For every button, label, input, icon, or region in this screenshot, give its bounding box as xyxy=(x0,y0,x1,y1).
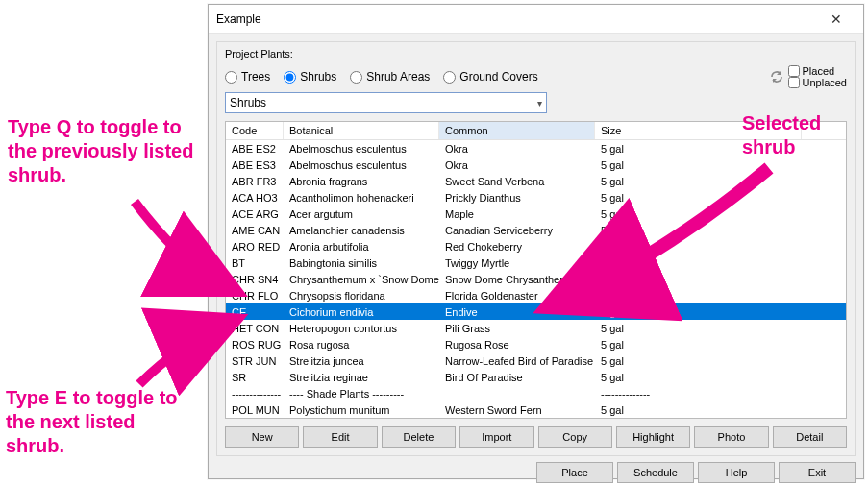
cell-code: STR JUN xyxy=(226,355,284,367)
check-unplaced-label: Unplaced xyxy=(803,77,847,88)
cell-code: ARO RED xyxy=(226,241,284,253)
cell-code: BT xyxy=(226,257,284,269)
cell-botanical: Amelanchier canadensis xyxy=(284,225,439,236)
radio-ground-covers-input[interactable] xyxy=(443,71,456,84)
window-title: Example xyxy=(216,12,261,26)
cell-common: Pili Grass xyxy=(439,323,595,334)
cell-common: Narrow-Leafed Bird of Paradise xyxy=(439,355,595,367)
cell-botanical: ---- Shade Plants --------- xyxy=(284,388,439,400)
import-button[interactable]: Import xyxy=(459,426,533,448)
close-icon[interactable]: ✕ xyxy=(817,5,856,34)
category-combo[interactable]: Shrubs ▾ xyxy=(225,92,547,113)
table-row[interactable]: CHR FLOChrysopsis floridanaFlorida Golde… xyxy=(226,287,846,303)
cell-common: Florida Goldenaster xyxy=(439,290,595,302)
cell-size: 5 gal xyxy=(595,257,802,269)
cell-size: 5 gal xyxy=(595,323,802,334)
table-row[interactable]: ------------------ Shade Plants --------… xyxy=(226,385,846,401)
bottom-button-row: Place Schedule Help Exit xyxy=(216,462,856,483)
cell-botanical: Heteropogon contortus xyxy=(284,323,439,334)
cell-size: -------------- xyxy=(595,388,802,400)
cell-size: 5 gal xyxy=(595,355,802,367)
highlight-button[interactable]: Highlight xyxy=(616,426,690,448)
check-placed[interactable]: Placed xyxy=(788,65,847,77)
cell-size: 5 gal xyxy=(595,306,802,318)
table-row[interactable]: ACE ARGAcer argutumMaple5 gal xyxy=(226,206,846,222)
table-body[interactable]: ABE ES2Abelmoschus esculentusOkra5 galAB… xyxy=(226,140,846,418)
table-row[interactable]: ARO REDAronia arbutifoliaRed Chokeberry5… xyxy=(226,238,846,255)
cell-common: Okra xyxy=(439,159,595,171)
cell-common: Okra xyxy=(439,143,595,155)
table-row[interactable]: CECichorium endiviaEndive5 gal xyxy=(226,303,846,320)
table-row[interactable]: STR JUNStrelitzia junceaNarrow-Leafed Bi… xyxy=(226,352,846,369)
cell-common: Western Sword Fern xyxy=(439,404,595,416)
table-button-row: New Edit Delete Import Copy Highlight Ph… xyxy=(225,426,847,448)
refresh-icon[interactable] xyxy=(769,69,784,85)
radio-shrub-areas-label: Shrub Areas xyxy=(366,70,430,84)
th-code[interactable]: Code xyxy=(226,122,284,139)
cell-botanical: Babingtonia similis xyxy=(284,257,439,269)
table-row[interactable]: BTBabingtonia similisTwiggy Myrtle5 gal xyxy=(226,255,846,271)
cell-size: 5 gal xyxy=(595,208,802,220)
cell-size: 5 gal xyxy=(595,225,802,236)
new-button[interactable]: New xyxy=(225,426,299,448)
cell-size: 5 gal xyxy=(595,274,802,285)
check-unplaced[interactable]: Unplaced xyxy=(788,77,847,88)
radio-ground-covers-label: Ground Covers xyxy=(459,70,537,84)
th-botanical[interactable]: Botanical xyxy=(284,122,439,139)
check-unplaced-input[interactable] xyxy=(788,77,800,88)
radio-trees[interactable]: Trees xyxy=(225,70,270,84)
radio-trees-input[interactable] xyxy=(225,71,237,84)
help-button[interactable]: Help xyxy=(698,462,775,483)
table-row[interactable]: CHR SN4Chrysanthemum x `Snow Dome`Snow D… xyxy=(226,271,846,287)
table-row[interactable]: POL MUNPolystichum munitumWestern Sword … xyxy=(226,401,846,418)
cell-size: 5 gal xyxy=(595,372,802,383)
cell-botanical: Strelitzia reginae xyxy=(284,372,439,383)
cell-code: ACE ARG xyxy=(226,208,284,220)
radio-shrubs[interactable]: Shrubs xyxy=(284,70,336,84)
delete-button[interactable]: Delete xyxy=(382,426,456,448)
cell-code: -------------- xyxy=(226,388,284,400)
cell-botanical: Cichorium endivia xyxy=(284,306,439,318)
place-button[interactable]: Place xyxy=(536,462,613,483)
table-row[interactable]: SRStrelitzia reginaeBird Of Paradise5 ga… xyxy=(226,369,846,385)
cell-code: ACA HO3 xyxy=(226,192,284,204)
check-placed-label: Placed xyxy=(803,65,835,77)
table-row[interactable]: HET CONHeteropogon contortusPili Grass5 … xyxy=(226,320,846,336)
cell-code: HET CON xyxy=(226,323,284,334)
radio-shrub-areas[interactable]: Shrub Areas xyxy=(350,70,430,84)
check-placed-input[interactable] xyxy=(788,65,800,77)
detail-button[interactable]: Detail xyxy=(773,426,847,448)
cell-size: 5 gal xyxy=(595,241,802,253)
radio-shrub-areas-input[interactable] xyxy=(350,71,362,84)
cell-common: Endive xyxy=(439,306,595,318)
dialog-window: Example ✕ Project Plants: Trees Shrubs S… xyxy=(208,4,864,479)
right-checks: Placed Unplaced xyxy=(769,65,847,88)
cell-code: CHR SN4 xyxy=(226,274,284,285)
cell-code: ROS RUG xyxy=(226,339,284,351)
cell-common: Twiggy Myrtle xyxy=(439,257,595,269)
table-row[interactable]: ACA HO3Acantholimon hohenackeriPrickly D… xyxy=(226,189,846,206)
edit-button[interactable]: Edit xyxy=(303,426,377,448)
cell-botanical: Acer argutum xyxy=(284,208,439,220)
exit-button[interactable]: Exit xyxy=(779,462,856,483)
schedule-button[interactable]: Schedule xyxy=(617,462,694,483)
table-row[interactable]: ABR FR3Abronia fragransSweet Sand Verben… xyxy=(226,173,846,189)
cell-size: 5 gal xyxy=(595,159,802,171)
th-common[interactable]: Common xyxy=(439,122,595,139)
cell-common: Canadian Serviceberry xyxy=(439,225,595,236)
table-row[interactable]: AME CANAmelanchier canadensisCanadian Se… xyxy=(226,222,846,238)
cell-botanical: Acantholimon hohenackeri xyxy=(284,192,439,204)
radio-shrubs-input[interactable] xyxy=(284,71,296,84)
cell-code: ABE ES2 xyxy=(226,143,284,155)
radio-ground-covers[interactable]: Ground Covers xyxy=(443,70,537,84)
category-radio-row: Trees Shrubs Shrub Areas Ground Covers xyxy=(225,65,847,88)
photo-button[interactable]: Photo xyxy=(694,426,768,448)
chevron-down-icon: ▾ xyxy=(537,98,542,109)
cell-size: 5 gal xyxy=(595,176,802,187)
cell-code: CHR FLO xyxy=(226,290,284,302)
cell-code: ABE ES3 xyxy=(226,159,284,171)
copy-button[interactable]: Copy xyxy=(538,426,612,448)
table-row[interactable]: ROS RUGRosa rugosaRugosa Rose5 gal xyxy=(226,336,846,352)
cell-code: SR xyxy=(226,372,284,383)
cell-common: Red Chokeberry xyxy=(439,241,595,253)
